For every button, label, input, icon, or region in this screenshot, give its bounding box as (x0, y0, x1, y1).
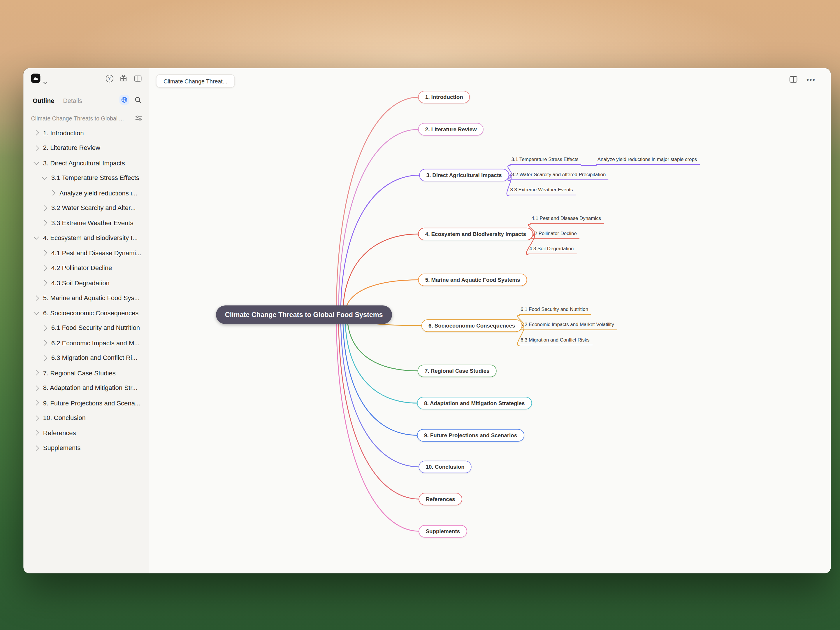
mindmap-subtopic-node[interactable]: 6.3 Migration and Conflict Risks (519, 337, 592, 345)
chevron-right-icon[interactable] (33, 445, 39, 451)
outline-item[interactable]: References (23, 426, 148, 440)
outline-item-label: Analyze yield reductions i... (60, 189, 137, 196)
outline-item-label: 4. Ecosystem and Biodiversity I... (43, 234, 138, 242)
mindmap-branch-node[interactable]: 5. Marine and Aquatic Food Systems (418, 274, 527, 286)
sidebar: ? Outline Details (23, 68, 149, 573)
outline-item[interactable]: 4. Ecosystem and Biodiversity I... (23, 230, 148, 245)
chevron-right-icon[interactable] (33, 400, 39, 406)
canvas-document-tab[interactable]: Climate Change Threat... (156, 74, 235, 88)
split-view-icon[interactable] (789, 75, 798, 85)
outline-item[interactable]: 4.1 Pest and Disease Dynami... (23, 245, 148, 260)
chevron-right-icon[interactable] (33, 430, 39, 436)
outline-item[interactable]: Analyze yield reductions i... (23, 185, 148, 200)
outline-tree: 1. Introduction2. Literature Review3. Di… (23, 125, 148, 455)
outline-item[interactable]: 5. Marine and Aquatic Food Sys... (23, 291, 148, 306)
outline-item[interactable]: 7. Regional Case Studies (23, 366, 148, 380)
outline-item-label: 7. Regional Case Studies (43, 369, 116, 377)
outline-item-label: 9. Future Projections and Scena... (43, 399, 141, 407)
chevron-down-icon[interactable] (33, 309, 39, 315)
outline-item[interactable]: 3.1 Temperature Stress Effects (23, 170, 148, 185)
mindmap-subtopic-node[interactable]: 3.1 Temperature Stress Effects (510, 157, 581, 165)
gift-icon[interactable] (120, 74, 128, 82)
help-icon[interactable]: ? (105, 74, 114, 82)
chevron-right-icon[interactable] (33, 130, 39, 136)
mindmap-subtopic-node[interactable]: 4.2 Pollinator Decline (529, 231, 579, 239)
sidebar-toggle-icon[interactable] (134, 74, 142, 82)
mindmap-subtopic-node[interactable]: 6.1 Food Security and Nutrition (519, 307, 591, 314)
mindmap-branch-node[interactable]: 2. Literature Review (418, 123, 483, 136)
mindmap-branch-node[interactable]: 4. Ecosystem and Biodiversity Impacts (418, 228, 533, 240)
outline-item-label: 3. Direct Agricultural Impacts (43, 159, 125, 167)
mindmap-subtopic-node[interactable]: 6.2 Economic Impacts and Market Volatili… (519, 322, 617, 329)
outline-item-label: 8. Adaptation and Mitigation Str... (43, 384, 137, 392)
outline-item-label: 4.1 Pest and Disease Dynami... (51, 249, 141, 256)
mindmap-root-node[interactable]: Climate Change Threats to Global Food Sy… (216, 306, 392, 324)
outline-item[interactable]: Supplements (23, 440, 148, 455)
chevron-down-icon[interactable] (43, 77, 47, 87)
mindmap-subtopic-node[interactable]: 4.1 Pest and Disease Dynamics (530, 215, 604, 223)
chevron-right-icon[interactable] (42, 325, 47, 331)
outline-item[interactable]: 9. Future Projections and Scena... (23, 396, 148, 410)
mindmap-branch-node[interactable]: 3. Direct Agricultural Impacts (419, 169, 509, 181)
ai-globe-icon[interactable] (120, 95, 129, 105)
chevron-right-icon[interactable] (42, 280, 47, 286)
mindmap-branch-node[interactable]: Supplements (418, 525, 467, 538)
tune-icon[interactable] (135, 114, 142, 123)
outline-item[interactable]: 1. Introduction (23, 125, 148, 140)
outline-item[interactable]: 4.2 Pollinator Decline (23, 260, 148, 275)
mindmap-branch-node[interactable]: 6. Socioeconomic Consequences (422, 320, 522, 332)
chevron-right-icon[interactable] (33, 385, 39, 391)
mindmap-branch-node[interactable]: 10. Conclusion (418, 461, 472, 473)
mindmap-subtopic-node[interactable]: 4.3 Soil Degradation (527, 246, 576, 254)
mindmap-subtopic-node[interactable]: 3.3 Extreme Weather Events (508, 187, 576, 195)
chevron-right-icon[interactable] (42, 355, 47, 361)
mindmap-subtopic-node[interactable]: Analyze yield reductions in major staple… (596, 157, 699, 165)
mindmap-branch-node[interactable]: 9. Future Projections and Scenarios (417, 429, 524, 442)
mindmap-canvas[interactable]: Climate Change Threat... ••• Climate Cha… (149, 68, 831, 573)
sidebar-header: ? (23, 73, 148, 85)
outline-item[interactable]: 8. Adaptation and Mitigation Str... (23, 380, 148, 395)
chevron-right-icon[interactable] (33, 370, 39, 376)
chevron-right-icon[interactable] (42, 250, 47, 256)
chevron-right-icon[interactable] (42, 220, 47, 226)
search-icon[interactable] (134, 96, 142, 104)
mindmap-subtopic-node[interactable]: 3.2 Water Scarcity and Altered Precipita… (510, 172, 609, 180)
outline-item[interactable]: 6.2 Economic Impacts and M... (23, 336, 148, 350)
outline-item-label: 6.2 Economic Impacts and M... (51, 339, 140, 347)
mindmap-branch-node[interactable]: 7. Regional Case Studies (418, 364, 497, 377)
outline-item[interactable]: 3.2 Water Scarcity and Alter... (23, 200, 148, 215)
outline-item-label: Supplements (43, 444, 81, 452)
outline-item-label: 2. Literature Review (43, 144, 100, 152)
chevron-right-icon[interactable] (50, 190, 55, 196)
chevron-right-icon[interactable] (42, 265, 47, 271)
outline-item-label: 3.3 Extreme Weather Events (51, 219, 134, 226)
outline-item[interactable]: 6.1 Food Security and Nutrition (23, 321, 148, 336)
chevron-right-icon[interactable] (42, 340, 47, 346)
chevron-right-icon[interactable] (33, 415, 39, 421)
document-title-row: Climate Change Threats to Global ... (31, 114, 142, 123)
mindmap-branch-node[interactable]: References (418, 493, 462, 505)
chevron-right-icon[interactable] (42, 205, 47, 211)
outline-item[interactable]: 3. Direct Agricultural Impacts (23, 155, 148, 170)
tab-details[interactable]: Details (63, 97, 82, 104)
outline-item[interactable]: 3.3 Extreme Weather Events (23, 215, 148, 230)
app-logo-button[interactable] (31, 73, 41, 83)
outline-item[interactable]: 4.3 Soil Degradation (23, 275, 148, 290)
chevron-down-icon[interactable] (33, 234, 39, 240)
outline-item[interactable]: 6.3 Migration and Conflict Ri... (23, 351, 148, 366)
mindmap-app-window: ? Outline Details (23, 68, 831, 573)
sidebar-tabs: Outline Details (33, 96, 82, 105)
more-icon[interactable]: ••• (807, 78, 816, 83)
outline-item[interactable]: 2. Literature Review (23, 141, 148, 155)
tab-outline[interactable]: Outline (33, 97, 54, 104)
chevron-right-icon[interactable] (33, 295, 39, 301)
document-title[interactable]: Climate Change Threats to Global ... (31, 115, 124, 122)
outline-item[interactable]: 6. Socioeconomic Consequences (23, 306, 148, 320)
chevron-down-icon[interactable] (42, 174, 47, 180)
outline-item[interactable]: 10. Conclusion (23, 410, 148, 425)
mindmap-branch-node[interactable]: 8. Adaptation and Mitigation Strategies (417, 397, 532, 410)
outline-item-label: 1. Introduction (43, 129, 84, 137)
chevron-right-icon[interactable] (33, 145, 39, 151)
mindmap-branch-node[interactable]: 1. Introduction (418, 91, 470, 103)
chevron-down-icon[interactable] (33, 160, 39, 165)
